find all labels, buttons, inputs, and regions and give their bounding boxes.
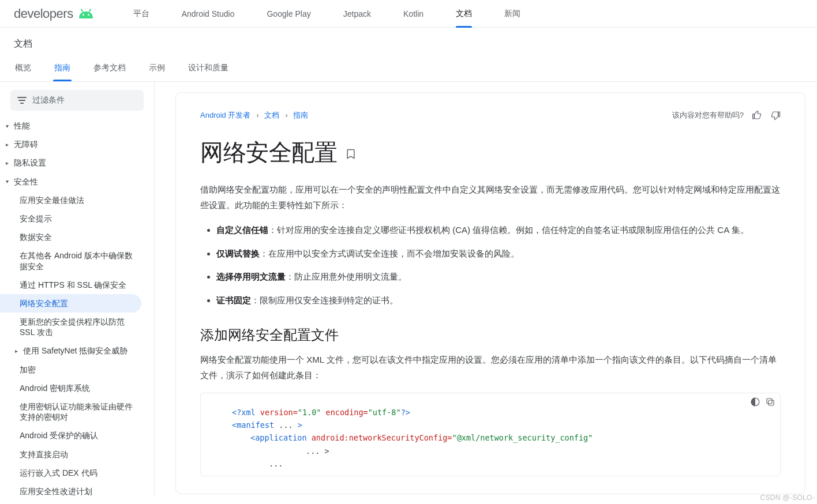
content-pane: Android 开发者›文档›指南 该内容对您有帮助吗? 网络安全配置 — [155, 82, 817, 497]
android-icon — [78, 9, 94, 18]
sidebar-item-label: 数据安全 — [20, 232, 52, 242]
sidebar-item[interactable]: ▸使用 SafetyNet 抵御安全威胁 — [0, 341, 141, 360]
sidebar-item-label: 安全提示 — [20, 213, 52, 224]
sidebar-item-label: 使用密钥认证功能来验证由硬件支持的密钥对 — [20, 401, 133, 422]
chevron-right-icon: › — [256, 111, 258, 119]
topnav-item[interactable]: Kotlin — [387, 0, 440, 28]
svg-rect-1 — [769, 400, 774, 405]
page-title: 网络安全配置 — [200, 137, 781, 168]
code-line: <application android:networkSecurityConf… — [232, 431, 749, 444]
brand[interactable]: developers — [14, 6, 94, 21]
subtab[interactable]: 设计和质量 — [187, 56, 230, 81]
chevron-down-icon: ▾ — [3, 178, 10, 185]
sidebar-item-label: 使用 SafetyNet 抵御安全威胁 — [23, 345, 128, 356]
subbar-title: 文档 — [14, 38, 803, 50]
breadcrumb-link[interactable]: 指南 — [293, 110, 308, 121]
thumbs-down-icon[interactable] — [770, 110, 781, 121]
sidebar-item[interactable]: ▾安全性 — [0, 172, 141, 191]
list-item: 证书固定：限制应用仅安全连接到特定的证书。 — [216, 292, 781, 309]
sidebar-item-label: 运行嵌入式 DEX 代码 — [20, 468, 98, 478]
sidebar-item-label: 网络安全配置 — [20, 298, 68, 309]
list-item: 自定义信任锚：针对应用的安全连接自定义哪些证书授权机构 (CA) 值得信赖。例如… — [216, 222, 781, 239]
topnav-item[interactable]: 平台 — [117, 0, 166, 28]
topnav-item[interactable]: 新闻 — [488, 0, 537, 28]
sidebar-item-label: Android 密钥库系统 — [20, 383, 90, 393]
section-paragraph: 网络安全配置功能使用一个 XML 文件，您可以在该文件中指定应用的设置。您必须在… — [200, 352, 781, 383]
sidebar-item[interactable]: ▸隐私设置 — [0, 153, 141, 172]
sidebar-item-label: 支持直接启动 — [20, 449, 68, 460]
section-heading: 添加网络安全配置文件 — [200, 326, 781, 344]
subtab[interactable]: 参考文档 — [92, 56, 127, 81]
subtab[interactable]: 概览 — [14, 56, 32, 81]
code-line: ... — [232, 457, 749, 470]
topnav-item[interactable]: Jetpack — [327, 0, 387, 28]
code-line: <manifest ... > — [232, 419, 749, 431]
sidebar-item-label: 更新您的安全提供程序以防范 SSL 攻击 — [20, 317, 133, 337]
sidebar-item[interactable]: ▸无障碍 — [0, 135, 141, 153]
chevron-right-icon: ▸ — [13, 347, 20, 355]
filter-placeholder: 过滤条件 — [32, 95, 65, 106]
sidebar-item[interactable]: 网络安全配置 — [0, 294, 141, 313]
code-block: <?xml version="1.0" encoding="utf-8"?> <… — [200, 393, 781, 476]
sidebar-item-label: 在其他各 Android 版本中确保数据安全 — [20, 250, 133, 271]
sidebar-item[interactable]: 更新您的安全提供程序以防范 SSL 攻击 — [0, 313, 141, 341]
sidebar-item[interactable]: 应用安全性改进计划 — [0, 482, 141, 497]
helpful-widget: 该内容对您有帮助吗? — [672, 110, 781, 121]
chevron-right-icon: › — [285, 111, 287, 119]
sidebar-item[interactable]: 在其他各 Android 版本中确保数据安全 — [0, 246, 141, 275]
chevron-down-icon: ▾ — [3, 122, 10, 130]
bookmark-icon[interactable] — [345, 140, 357, 166]
sidebar-item[interactable]: 加密 — [0, 360, 141, 379]
code-line: <?xml version="1.0" encoding="utf-8"?> — [232, 406, 749, 419]
topnav-item[interactable]: Android Studio — [166, 0, 251, 28]
sidebar-item[interactable]: 安全提示 — [0, 209, 141, 228]
sidebar-item[interactable]: Android 密钥库系统 — [0, 379, 141, 397]
thumbs-up-icon[interactable] — [752, 110, 762, 121]
helpful-prompt: 该内容对您有帮助吗? — [672, 110, 744, 121]
top-nav: developers 平台Android StudioGoogle PlayJe… — [0, 0, 817, 28]
chevron-right-icon: ▸ — [3, 141, 10, 148]
sidebar-item[interactable]: 数据安全 — [0, 228, 141, 246]
sidebar-item[interactable]: 支持直接启动 — [0, 445, 141, 464]
sidebar-item-label: 通过 HTTPS 和 SSL 确保安全 — [20, 280, 126, 290]
list-item: 选择停用明文流量：防止应用意外使用明文流量。 — [216, 269, 781, 285]
sidebar-item[interactable]: 通过 HTTPS 和 SSL 确保安全 — [0, 276, 141, 294]
filter-icon — [17, 97, 27, 104]
sub-bar: 文档 概览指南参考文档示例设计和质量 — [0, 28, 817, 82]
sidebar-item[interactable]: Android 受保护的确认 — [0, 426, 141, 445]
subtab[interactable]: 指南 — [53, 56, 72, 81]
sidebar-item-label: 安全性 — [14, 176, 38, 187]
filter-input[interactable]: 过滤条件 — [10, 90, 144, 111]
sidebar-item-label: 隐私设置 — [14, 157, 46, 168]
sidebar-item[interactable]: 使用密钥认证功能来验证由硬件支持的密钥对 — [0, 397, 141, 426]
subtab[interactable]: 示例 — [148, 56, 166, 81]
watermark: CSDN @-SOLO- — [760, 494, 815, 497]
topnav-item[interactable]: 文档 — [440, 0, 488, 28]
topnav-item[interactable]: Google Play — [250, 0, 327, 28]
sidebar-item-label: 应用安全最佳做法 — [20, 195, 84, 205]
sidebar-item[interactable]: 应用安全最佳做法 — [0, 191, 141, 209]
sidebar-item-label: 性能 — [14, 121, 30, 131]
sidebar: 过滤条件 ▾性能▸无障碍▸隐私设置▾安全性应用安全最佳做法安全提示数据安全在其他… — [0, 82, 155, 497]
sidebar-item-label: 应用安全性改进计划 — [20, 486, 92, 497]
code-line: ... > — [232, 445, 749, 457]
feature-list: 自定义信任锚：针对应用的安全连接自定义哪些证书授权机构 (CA) 值得信赖。例如… — [200, 222, 781, 309]
svg-rect-2 — [767, 398, 772, 404]
copy-icon[interactable] — [765, 397, 775, 411]
chevron-right-icon: ▸ — [3, 159, 10, 167]
intro-paragraph: 借助网络安全配置功能，应用可以在一个安全的声明性配置文件中自定义其网络安全设置，… — [200, 182, 781, 213]
list-item: 仅调试替换：在应用中以安全方式调试安全连接，而不会增加安装设备的风险。 — [216, 246, 781, 262]
breadcrumb-link[interactable]: Android 开发者 — [200, 110, 250, 121]
sidebar-item-label: 无障碍 — [14, 139, 38, 149]
sidebar-item[interactable]: 运行嵌入式 DEX 代码 — [0, 464, 141, 482]
brand-text: developers — [14, 6, 73, 21]
theme-toggle-icon[interactable] — [750, 397, 760, 411]
breadcrumb-link[interactable]: 文档 — [264, 110, 279, 121]
sidebar-item-label: Android 受保护的确认 — [20, 430, 98, 441]
sidebar-item[interactable]: ▾性能 — [0, 116, 141, 135]
sidebar-item-label: 加密 — [20, 364, 36, 375]
breadcrumb: Android 开发者›文档›指南 — [200, 110, 308, 121]
